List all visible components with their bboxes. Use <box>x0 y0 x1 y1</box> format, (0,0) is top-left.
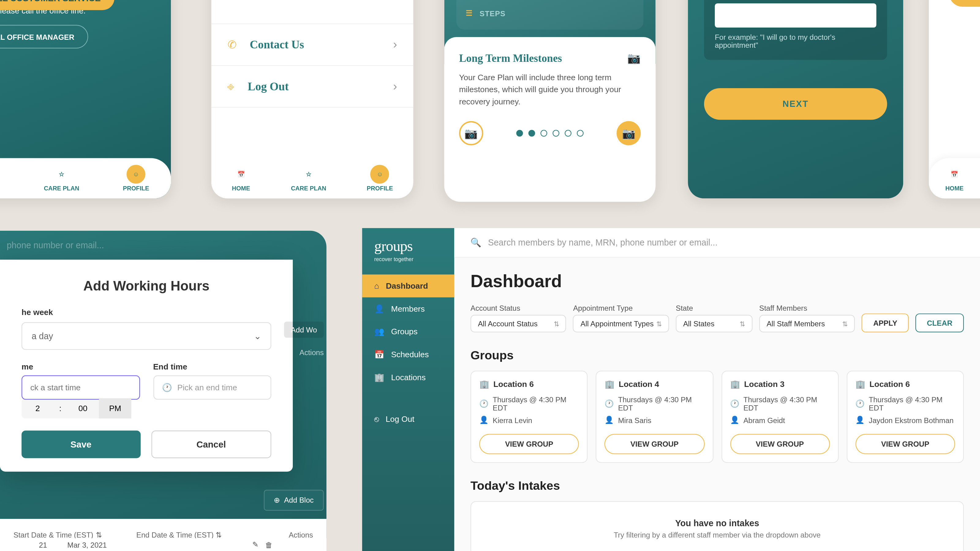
group-location: 🏢Location 6 <box>479 380 579 389</box>
avatar-icon: ☺ <box>371 165 390 184</box>
end-time-input[interactable]: 🕐 Pick an end time <box>153 375 271 400</box>
phone-icon: ✆ <box>228 38 236 51</box>
group-card: 🏢Location 4 🕐Thursdays @ 4:30 PM EDT 👤Mi… <box>596 371 713 463</box>
group-card: 🏢Location 6 🕐Thursdays @ 4:30 PM EDT 👤Ki… <box>470 371 588 463</box>
updown-icon <box>842 319 848 327</box>
time-picker[interactable]: 2 : 00 PM <box>21 398 131 418</box>
next-button[interactable]: NEXT <box>704 88 887 120</box>
search-icon: 🔍 <box>470 238 481 248</box>
task-input[interactable] <box>715 3 876 27</box>
sidebar-groups[interactable]: 👥 Groups <box>362 320 454 343</box>
avatar-icon: ☺ <box>126 165 145 184</box>
user-icon: 👤 <box>855 416 865 425</box>
group-time: 🕐Thursdays @ 4:30 PM EDT <box>730 395 830 412</box>
dashboard-app: groups recover together ⌂ Dashboard 👤 Me… <box>362 228 980 551</box>
logo-tagline: recover together <box>362 255 454 275</box>
group-location: 🏢Location 3 <box>730 380 830 389</box>
dot-4[interactable] <box>552 130 559 137</box>
phone-profile-support: ✆ CALL CUSTOMER SERVICE OFFICE MANAGER y… <box>0 0 171 198</box>
nav-profile[interactable]: ☺ PROFILE <box>367 165 393 192</box>
filter-staff-select[interactable]: All Staff Members <box>759 315 855 332</box>
building-icon: 🏢 <box>479 380 489 389</box>
steps-row: ☰ STEPS <box>463 3 637 23</box>
plus-icon: ⊕ <box>274 496 280 505</box>
sidebar-members[interactable]: 👤 Members <box>362 297 454 320</box>
chevron-right-icon: › <box>393 38 397 52</box>
group-person: 👤Kierra Levin <box>479 416 579 425</box>
view-group-button[interactable]: VIEW GROUP <box>855 434 955 454</box>
groups-heading: Groups <box>470 348 964 362</box>
filter-state-label: State <box>676 304 753 312</box>
apply-button[interactable]: APPLY <box>862 313 908 332</box>
start-time-input[interactable] <box>21 375 140 400</box>
sidebar-dashboard[interactable]: ⌂ Dashboard <box>362 275 454 297</box>
call-office-manager-button[interactable]: ✆ CALL OFFICE MANAGER <box>0 25 89 48</box>
logout-icon: ⎋ <box>374 414 379 424</box>
calendar-icon: 📅 <box>0 165 0 184</box>
filter-appt-select[interactable]: All Appointment Types <box>573 315 669 332</box>
intakes-heading: Today's Intakes <box>470 479 964 493</box>
search-hint: phone number or email... <box>0 231 326 260</box>
filter-state-select[interactable]: All States <box>676 315 753 332</box>
desktop-schedule-panel: phone number or email... Add Working Hou… <box>0 231 326 551</box>
day-select[interactable]: a day ⌄ <box>21 322 271 350</box>
logout-label: Log Out <box>248 79 380 93</box>
view-group-button[interactable]: VIEW GROUP <box>730 434 830 454</box>
user-icon: 👤 <box>730 416 740 425</box>
dot-6[interactable] <box>577 130 584 137</box>
star-icon: ☆ <box>52 165 71 184</box>
sidebar-logout[interactable]: ⎋ Log Out <box>362 408 454 431</box>
updown-icon <box>554 319 559 327</box>
row-date-2: Mar 3, 2021 <box>67 541 252 549</box>
delete-icon[interactable]: 🗑 <box>265 541 272 549</box>
nav-care-plan[interactable]: ☆ CARE PLAN <box>44 165 79 192</box>
intakes-empty-state: You have no intakes Try filtering by a d… <box>470 501 964 551</box>
filter-status-label: Account Status <box>470 304 566 312</box>
calendar-icon: 📅 <box>374 350 384 359</box>
dot-3[interactable] <box>541 130 547 137</box>
nav-home[interactable]: 📅 HOME <box>0 165 0 192</box>
clear-button[interactable]: CLEAR <box>915 313 964 332</box>
dot-5[interactable] <box>565 130 571 137</box>
filter-status-select[interactable]: All Account Status <box>470 315 566 332</box>
dot-2[interactable] <box>528 130 535 137</box>
phone-tasks: call someone right away. ☑ MY TASKS What… <box>688 0 903 198</box>
menu-log-out[interactable]: ⎆ Log Out › <box>211 66 413 108</box>
search-bar[interactable]: 🔍 Search members by name, MRN, phone num… <box>455 228 980 258</box>
add-working-hours-button[interactable]: Add Wo <box>284 322 324 338</box>
cancel-button[interactable]: Cancel <box>151 431 271 458</box>
group-location: 🏢Location 6 <box>855 380 955 389</box>
list-icon: ☰ <box>466 9 473 18</box>
camera-prev-button[interactable]: 📷 <box>459 121 483 145</box>
bottom-nav: 📅 HOME ☆ CARE PLAN ☺ PROFILE <box>211 158 413 198</box>
start-time-label: me <box>21 362 140 371</box>
sidebar-schedules[interactable]: 📅 Schedules <box>362 343 454 366</box>
add-block-button[interactable]: ⊕ Add Bloc <box>264 490 324 511</box>
om-label: CALL OFFICE MANAGER <box>0 33 75 41</box>
edit-icon[interactable]: ✎ <box>252 540 258 549</box>
empty-heading: You have no intakes <box>487 518 947 528</box>
group-time: 🕐Thursdays @ 4:30 PM EDT <box>479 395 579 412</box>
dot-1[interactable] <box>516 130 523 137</box>
end-time-label: End time <box>153 362 271 371</box>
sidebar-locations[interactable]: 🏢 Locations <box>362 366 454 389</box>
camera-icon: 📷 <box>627 52 641 65</box>
menu-contact-us[interactable]: ✆ Contact Us › <box>211 24 413 66</box>
calendar-icon: 📅 <box>232 165 250 184</box>
view-group-button[interactable]: VIEW GROUP <box>605 434 705 454</box>
save-button[interactable]: Save <box>21 431 140 458</box>
nav-profile[interactable]: ☺ PROFILE <box>123 165 149 192</box>
nav-home[interactable]: 📅 HOME <box>232 165 250 192</box>
goal-row: ★ GOAL <box>463 0 637 3</box>
clock-icon: 🕐 <box>162 383 172 392</box>
call-customer-service-button[interactable]: ✆ CALL CUSTOMER SERVICE <box>0 0 114 10</box>
group-card: 🏢Location 3 🕐Thursdays @ 4:30 PM EDT 👤Ab… <box>721 371 838 463</box>
nav-care-plan[interactable]: ☆ CARE PLAN <box>291 165 326 192</box>
view-group-button[interactable]: VIEW GROUP <box>479 434 579 454</box>
door-icon: ⎆ <box>228 81 234 93</box>
clock-icon: 🕐 <box>479 399 489 408</box>
nav-home[interactable]: 📅 HOME <box>945 165 964 192</box>
building-icon: 🏢 <box>730 380 740 389</box>
camera-next-button[interactable]: 📷 <box>616 121 641 145</box>
sort-icon[interactable]: ⇅ <box>216 530 222 538</box>
